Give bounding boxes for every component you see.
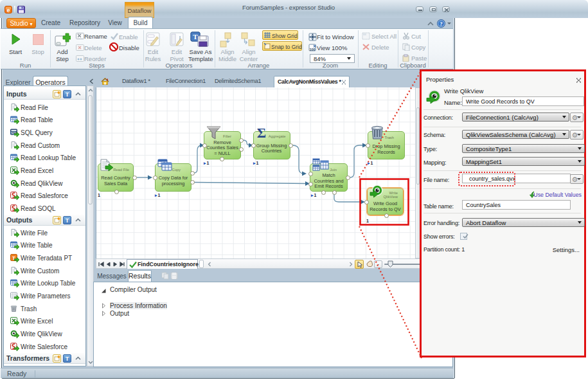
svg-text:T: T	[193, 33, 198, 41]
svg-text:e: e	[6, 7, 10, 14]
svg-text:Σ: Σ	[257, 125, 266, 140]
svg-text:100: 100	[309, 48, 315, 51]
